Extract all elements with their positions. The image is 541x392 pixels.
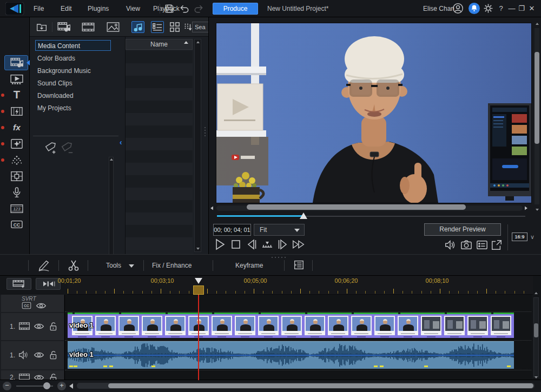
category-media-content[interactable]: Media Content (35, 40, 111, 51)
list-item[interactable] (126, 200, 193, 212)
audio-gain-line[interactable] (68, 355, 514, 356)
snapshot-camera-icon[interactable] (460, 239, 473, 251)
filter-video-icon[interactable] (82, 21, 95, 33)
render-preview-button[interactable]: Render Preview (424, 223, 501, 236)
audio-keyframe-marker[interactable] (103, 366, 107, 367)
audio-keyframe-marker[interactable] (74, 366, 77, 367)
keyframe-button[interactable]: Keyframe (235, 255, 263, 276)
redo-icon[interactable] (193, 3, 204, 14)
list-item[interactable] (126, 150, 193, 163)
audio-keyframe-marker[interactable] (69, 366, 73, 367)
audio-keyframe-marker[interactable] (507, 366, 511, 367)
scroll-down-icon[interactable] (536, 209, 539, 211)
design-pen-icon[interactable] (37, 259, 50, 272)
add-tag-icon[interactable] (44, 141, 58, 155)
audio-clip[interactable]: video 1 (68, 341, 514, 368)
list-item[interactable] (126, 88, 193, 101)
list-item[interactable] (126, 163, 193, 175)
remove-tag-icon[interactable] (60, 141, 74, 155)
sidebar-item-media-room[interactable] (6, 55, 28, 70)
audio-keyframe-marker[interactable] (380, 366, 384, 367)
zoom-out-button[interactable]: − (3, 382, 11, 390)
next-frame-button[interactable] (276, 238, 289, 251)
list-item[interactable] (126, 175, 193, 188)
eye-icon[interactable] (34, 322, 44, 331)
sidebar-item-effect-room[interactable]: fx (6, 120, 28, 135)
undock-preview-icon[interactable] (490, 239, 503, 251)
help-button[interactable]: ? (497, 0, 505, 17)
sidebar-item-chapter-room[interactable]: 123 (6, 201, 28, 216)
category-sound-clips[interactable]: Sound Clips (35, 78, 111, 89)
list-item[interactable] (126, 237, 193, 250)
zoom-in-button[interactable]: + (57, 382, 66, 390)
playhead-marker[interactable] (193, 285, 204, 295)
list-item[interactable] (126, 101, 193, 113)
timeline-horizontal-scrollbar[interactable] (77, 383, 535, 389)
unlock-icon[interactable] (49, 350, 57, 361)
dock-panel-icon[interactable] (292, 259, 305, 272)
grid-view-icon[interactable] (168, 21, 181, 33)
produce-button[interactable]: Produce (213, 3, 258, 15)
tools-menu[interactable]: Tools (106, 255, 121, 276)
list-item[interactable] (126, 125, 193, 138)
scroll-thumb[interactable] (534, 323, 538, 337)
category-background-music[interactable]: Background Music (35, 65, 111, 76)
fix-enhance-button[interactable]: Fix / Enhance (152, 255, 192, 276)
fast-forward-button[interactable] (292, 238, 305, 251)
scroll-down-icon[interactable] (196, 248, 200, 250)
menu-plugins[interactable]: Plugins (88, 0, 109, 17)
preview-horizontal-scrollbar[interactable] (209, 204, 533, 212)
audio-keyframe-marker[interactable] (374, 366, 378, 367)
settings-gear-icon[interactable] (483, 3, 494, 14)
menu-edit[interactable]: Edit (61, 0, 72, 17)
timeline-vertical-scrollbar[interactable] (532, 291, 540, 384)
seek-mark-button[interactable] (261, 238, 274, 251)
filter-all-media-icon[interactable] (57, 21, 70, 33)
list-view-icon[interactable] (151, 21, 164, 33)
preview-vertical-scrollbar[interactable] (533, 22, 540, 212)
list-item[interactable] (126, 138, 193, 150)
list-item[interactable] (126, 63, 193, 76)
preview-seek-bar[interactable] (209, 212, 541, 221)
stop-button[interactable] (229, 238, 242, 251)
menu-file[interactable]: File (34, 0, 44, 17)
sidebar-item-overlay-room[interactable] (6, 136, 28, 151)
scroll-left-icon[interactable] (69, 383, 73, 389)
scroll-left-icon[interactable] (210, 207, 213, 210)
scroll-up-icon[interactable] (535, 292, 538, 294)
scroll-down-icon[interactable] (535, 376, 538, 378)
video-clip[interactable]: video 1 (68, 313, 514, 338)
previous-frame-button[interactable] (246, 238, 259, 251)
audio-keyframe-marker[interactable] (424, 366, 428, 367)
scroll-right-icon[interactable] (525, 207, 527, 210)
list-item[interactable] (126, 76, 193, 88)
maximize-button[interactable]: ❐ (517, 0, 526, 17)
list-item[interactable] (126, 113, 193, 125)
unlock-icon[interactable] (49, 321, 57, 332)
scroll-thumb[interactable] (108, 383, 533, 388)
eye-icon[interactable] (36, 302, 47, 310)
save-icon[interactable] (164, 3, 175, 14)
audio-track-header[interactable]: 1. (1, 341, 64, 369)
sidebar-item-subtitle-room[interactable]: CC (6, 217, 28, 232)
list-item[interactable] (126, 212, 193, 225)
aspect-ratio-chip[interactable]: 16:9 (512, 232, 527, 241)
filter-photo-icon[interactable] (107, 21, 120, 33)
list-item[interactable] (126, 225, 193, 237)
zoom-mode-dropdown[interactable]: Fit (254, 224, 305, 236)
scroll-up-icon[interactable] (110, 158, 113, 161)
scroll-up-icon[interactable] (536, 23, 539, 25)
zoom-slider-thumb[interactable] (43, 382, 50, 389)
search-input[interactable]: Sea (192, 22, 210, 32)
minimize-button[interactable]: — (507, 0, 516, 17)
panel-resize-grip[interactable] (203, 125, 207, 147)
category-scrollbar[interactable] (109, 157, 114, 267)
notifications-button[interactable] (469, 3, 480, 14)
sidebar-item-title-room[interactable]: T (6, 88, 28, 103)
playhead-handle[interactable] (195, 278, 202, 284)
filter-music-icon[interactable] (131, 21, 144, 33)
playhead-line[interactable] (198, 295, 199, 380)
sidebar-item-transition-room[interactable] (6, 104, 28, 119)
panel-resize-grip[interactable] (270, 256, 287, 258)
menu-view[interactable]: View (126, 0, 140, 17)
